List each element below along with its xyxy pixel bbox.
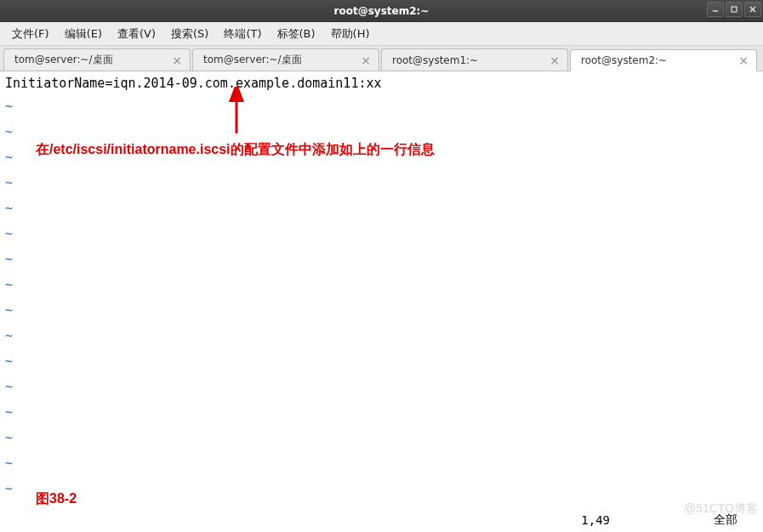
menu-edit[interactable]: 编辑(E) (58, 23, 109, 45)
menu-help[interactable]: 帮助(H) (324, 23, 377, 45)
tilde: ~ (5, 93, 13, 119)
tab-label: tom@server:~/桌面 (203, 53, 355, 67)
cursor-position: 1,49 (581, 513, 610, 527)
vim-status-bar: 1,49 全部 (0, 512, 763, 529)
tilde: ~ (5, 348, 13, 374)
display-mode: 全部 (714, 512, 737, 528)
menu-terminal[interactable]: 终端(T) (217, 23, 268, 45)
titlebar: root@system2:~ (0, 0, 763, 22)
minimize-button[interactable] (707, 2, 724, 17)
close-button[interactable] (744, 2, 761, 17)
tilde: ~ (5, 272, 13, 297)
menu-tabs[interactable]: 标签(B) (270, 23, 322, 45)
terminal-area[interactable]: InitiatorName=iqn.2014-09.com.example.do… (0, 71, 763, 532)
tilde: ~ (5, 246, 13, 272)
close-icon[interactable]: × (171, 54, 183, 66)
terminal-content: InitiatorName=iqn.2014-09.com.example.do… (5, 75, 758, 92)
tab-1[interactable]: tom@server:~/桌面 × (192, 48, 379, 71)
tilde: ~ (5, 425, 13, 450)
tilde: ~ (5, 450, 13, 476)
tabbar: tom@server:~/桌面 × tom@server:~/桌面 × root… (0, 46, 763, 71)
svg-rect-1 (732, 7, 737, 12)
tilde: ~ (5, 374, 13, 399)
annotation-arrow-icon (221, 87, 255, 138)
menu-search[interactable]: 搜索(S) (164, 23, 215, 45)
close-icon[interactable]: × (549, 54, 561, 66)
tilde: ~ (5, 323, 13, 348)
vim-tildes: ~ ~ ~ ~ ~ ~ ~ ~ ~ ~ ~ ~ ~ ~ ~ ~ (5, 93, 13, 501)
tab-2[interactable]: root@system1:~ × (381, 48, 568, 71)
annotation-text: 在/etc/iscsi/initiatorname.iscsi的配置文件中添加如… (36, 141, 435, 159)
menu-file[interactable]: 文件(F) (5, 23, 56, 45)
window-title: root@system2:~ (334, 5, 430, 17)
tilde: ~ (5, 144, 13, 170)
tilde: ~ (5, 170, 13, 195)
menubar: 文件(F) 编辑(E) 查看(V) 搜索(S) 终端(T) 标签(B) 帮助(H… (0, 22, 763, 46)
tilde: ~ (5, 195, 13, 221)
tilde: ~ (5, 119, 13, 144)
tilde: ~ (5, 476, 13, 501)
tab-label: root@system2:~ (581, 54, 732, 66)
tab-3[interactable]: root@system2:~ × (570, 49, 757, 71)
tilde: ~ (5, 221, 13, 246)
close-icon[interactable]: × (737, 54, 749, 66)
menu-view[interactable]: 查看(V) (111, 23, 162, 45)
close-icon[interactable]: × (360, 54, 372, 66)
figure-label: 图38-2 (36, 490, 77, 508)
tab-0[interactable]: tom@server:~/桌面 × (3, 48, 191, 71)
tab-label: root@system1:~ (392, 54, 544, 66)
tab-label: tom@server:~/桌面 (14, 53, 166, 67)
tilde: ~ (5, 297, 13, 323)
maximize-button[interactable] (726, 2, 743, 17)
window-controls (707, 2, 761, 17)
tilde: ~ (5, 399, 13, 425)
